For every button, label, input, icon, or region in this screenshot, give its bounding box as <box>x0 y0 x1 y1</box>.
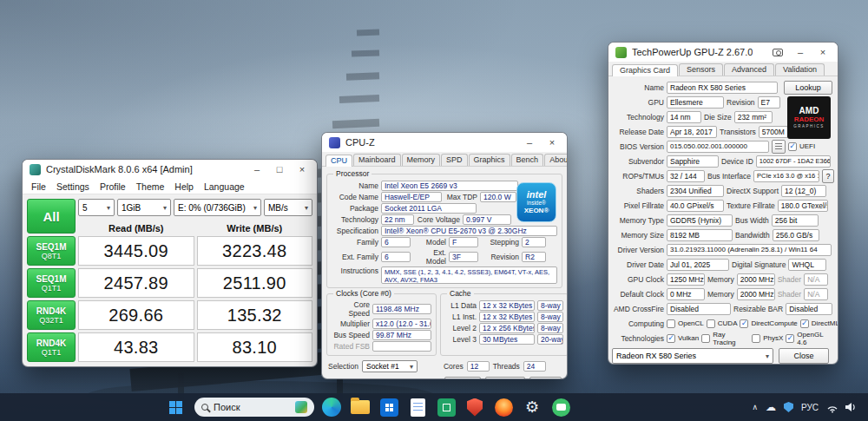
field-label: Code Name <box>332 193 378 201</box>
close-button[interactable]: × <box>291 161 313 178</box>
maximize-button[interactable]: □ <box>268 161 291 178</box>
test-count-combo[interactable]: 5 ▾ <box>78 199 115 216</box>
bus-interface-help-button[interactable]: ? <box>822 169 834 183</box>
green-app-icon[interactable] <box>436 397 457 418</box>
gpu-select-combo[interactable]: Radeon RX 580 Series ▾ <box>612 348 773 364</box>
resizable-bar-value: Disabled <box>786 303 832 315</box>
minimize-button[interactable]: – <box>789 43 812 61</box>
memory-clock-value: 2000 MHz <box>737 273 775 286</box>
field-label: Multiplier <box>332 319 370 328</box>
directx-value: 12 (12_0) <box>781 185 826 197</box>
minimize-button[interactable]: – <box>518 134 541 151</box>
all-test-button[interactable]: All <box>27 199 76 234</box>
directml-checkbox[interactable]: ✓ <box>800 319 809 328</box>
close-button[interactable]: × <box>812 43 834 61</box>
test-name: RND4K <box>36 339 66 348</box>
socket-selection-combo[interactable]: Socket #1 ▾ <box>362 360 418 372</box>
rnd4k-q1t1-button[interactable]: RND4K Q1T1 <box>27 332 76 362</box>
chat-app-icon[interactable] <box>550 397 571 418</box>
directcompute-label: DirectCompute <box>751 319 797 327</box>
tab-graphics[interactable]: Graphics <box>469 154 510 166</box>
menu-language[interactable]: Language <box>200 181 249 193</box>
tab-memory[interactable]: Memory <box>402 154 441 166</box>
unit-combo[interactable]: MB/s ▾ <box>264 199 312 216</box>
opengl-checkbox[interactable]: ✓ <box>786 334 794 343</box>
gpu-codename-value: Ellesmere <box>667 96 724 109</box>
field-label: Specification <box>332 227 378 235</box>
group-label: Cache <box>447 289 474 298</box>
crossfire-value: Disabled <box>667 303 731 315</box>
vulkan-checkbox[interactable]: ✓ <box>667 334 675 343</box>
minimize-button[interactable]: – <box>246 161 268 178</box>
tools-button[interactable]: Tools ▾ <box>444 377 481 380</box>
target-drive-combo[interactable]: E: 0% (0/736GiB) ▾ <box>174 199 261 216</box>
rnd4k-q32t1-button[interactable]: RND4K Q32T1 <box>27 300 76 330</box>
cpuz-app-icon <box>329 137 340 148</box>
screenshot-camera-icon[interactable] <box>766 43 789 61</box>
subvendor-value: Sapphire <box>667 155 719 168</box>
gpuz-titlebar[interactable]: TechPowerUp GPU-Z 2.67.0 – × <box>608 43 838 62</box>
memory-size-value: 8192 MB <box>667 229 733 241</box>
close-button[interactable]: Close <box>529 377 562 380</box>
store-icon[interactable] <box>378 397 399 418</box>
tab-spd[interactable]: SPD <box>441 154 468 166</box>
settings-app-icon[interactable]: ⚙ <box>522 397 542 418</box>
network-volume-icons[interactable] <box>826 401 858 413</box>
tab-sensors[interactable]: Sensors <box>679 63 723 76</box>
seq1m-q8t1-button[interactable]: SEQ1M Q8T1 <box>27 236 76 266</box>
cache-group: Cache L1 Data 12 x 32 KBytes 8-way L1 In… <box>440 293 568 356</box>
shader-clock-value: N/A <box>804 273 828 286</box>
field-label: Bus Interface <box>707 172 751 181</box>
shaders-value: 2304 Unified <box>667 185 724 197</box>
onedrive-cloud-icon[interactable]: ☁ <box>766 402 776 412</box>
field-label: Instructions <box>332 266 378 275</box>
test-size-combo[interactable]: 1GiB ▾ <box>117 199 171 216</box>
menu-file[interactable]: File <box>27 181 50 193</box>
directcompute-checkbox[interactable]: ✓ <box>740 319 748 328</box>
validate-button[interactable]: Validate <box>485 377 525 380</box>
edge-browser-icon[interactable] <box>321 397 342 418</box>
menu-profile[interactable]: Profile <box>95 181 130 193</box>
close-button[interactable]: Close <box>779 348 829 364</box>
start-button[interactable] <box>163 395 187 419</box>
flame-app-icon[interactable] <box>493 397 514 418</box>
menu-theme[interactable]: Theme <box>132 181 169 193</box>
tab-advanced[interactable]: Advanced <box>724 63 774 76</box>
lookup-button[interactable]: Lookup <box>784 81 832 95</box>
document-app-icon[interactable] <box>407 397 428 418</box>
tab-bench[interactable]: Bench <box>511 154 544 166</box>
revision-value: R2 <box>522 252 546 262</box>
security-app-icon[interactable] <box>464 397 485 418</box>
tools-label: Tools <box>450 379 469 380</box>
tab-mainboard[interactable]: Mainboard <box>353 154 401 166</box>
tray-overflow-chevron-icon[interactable]: ∧ <box>752 403 758 411</box>
tab-graphics-card[interactable]: Graphics Card <box>612 64 678 76</box>
menu-help[interactable]: Help <box>170 181 198 193</box>
language-indicator[interactable]: РУС <box>801 403 819 412</box>
desktop: CrystalDiskMark 8.0.6 x64 [Admin] – □ × … <box>0 0 868 421</box>
search-input[interactable]: Поиск <box>194 398 314 417</box>
menu-settings[interactable]: Settings <box>52 181 94 193</box>
opencl-checkbox[interactable]: ✓ <box>667 319 675 328</box>
cuda-checkbox[interactable]: ✓ <box>707 319 715 328</box>
cpuz-logo: CPU-Z <box>327 376 367 379</box>
cpuz-titlebar[interactable]: CPU-Z – × <box>322 133 567 152</box>
close-button[interactable]: × <box>541 134 563 151</box>
raytracing-checkbox[interactable]: ✓ <box>701 334 710 343</box>
cdm-titlebar[interactable]: CrystalDiskMark 8.0.6 x64 [Admin] – □ × <box>23 160 317 179</box>
gpu-select-value: Radeon RX 580 Series <box>616 352 696 360</box>
tray-shield-icon[interactable] <box>784 402 793 412</box>
seq1m-q1t1-button[interactable]: SEQ1M Q1T1 <box>27 268 76 298</box>
uefi-checkbox[interactable]: ✓ <box>788 142 797 151</box>
bios-save-icon[interactable] <box>772 140 786 154</box>
field-label: Digital Signature <box>732 260 786 269</box>
physx-checkbox[interactable]: ✓ <box>752 334 760 343</box>
field-label: L1 Inst. <box>445 312 477 321</box>
chevron-down-icon: ▾ <box>163 204 167 212</box>
tab-validation[interactable]: Validation <box>775 63 825 76</box>
test-name: RND4K <box>36 306 66 316</box>
file-explorer-icon[interactable] <box>350 397 371 418</box>
tab-cpu[interactable]: CPU <box>326 155 352 167</box>
tab-about[interactable]: About <box>544 154 568 166</box>
default-clock-value: 0 MHz <box>667 288 705 300</box>
